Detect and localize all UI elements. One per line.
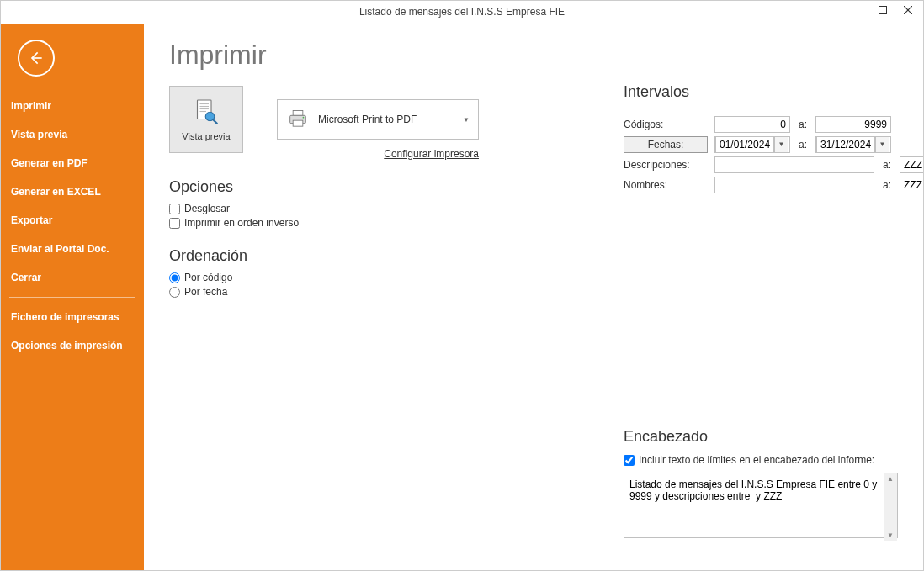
sidebar-item-opciones-impresion[interactable]: Opciones de impresión	[1, 331, 144, 360]
sidebar-item-exportar[interactable]: Exportar	[1, 206, 144, 235]
fecha-to-combo[interactable]: ▼	[815, 136, 891, 153]
intervalos-title: Intervalos	[624, 83, 898, 101]
fecha-to-input[interactable]	[816, 136, 875, 153]
title-bar: Listado de mensajes del I.N.S.S Empresa …	[1, 1, 923, 24]
por-codigo-radio[interactable]	[169, 272, 180, 283]
nombres-from-input[interactable]	[714, 177, 874, 193]
printer-name: Microsoft Print to PDF	[318, 114, 463, 125]
sidebar-item-vista-previa[interactable]: Vista previa	[1, 120, 144, 149]
descripciones-label: Descripciones:	[624, 159, 708, 171]
sidebar-item-fichero-impresoras[interactable]: Fichero de impresoras	[1, 303, 144, 331]
chevron-down-icon: ▼	[463, 116, 470, 124]
nombres-to-input[interactable]	[900, 177, 923, 193]
a-label: a:	[797, 139, 809, 151]
incluir-limites-label: Incluir texto de límites en el encabezad…	[639, 454, 874, 466]
svg-rect-13	[293, 120, 303, 126]
main-panel: Imprimir Vista previa	[144, 24, 923, 570]
chevron-down-icon[interactable]: ▼	[875, 137, 889, 152]
intervalos-panel: Intervalos Códigos: a: Fechas: ▼ a: ▼ De	[624, 83, 898, 193]
sidebar-item-generar-pdf[interactable]: Generar en PDF	[1, 149, 144, 177]
page-title: Imprimir	[169, 40, 898, 71]
a-label: a:	[881, 179, 893, 191]
por-fecha-label: Por fecha	[184, 286, 227, 298]
configure-printer-link[interactable]: Configurar impresora	[384, 148, 479, 160]
maximize-button[interactable]	[871, 1, 895, 19]
incluir-limites-row[interactable]: Incluir texto de límites en el encabezad…	[624, 454, 898, 466]
codigos-label: Códigos:	[624, 119, 708, 130]
scroll-down-icon[interactable]: ▼	[887, 531, 894, 539]
nombres-label: Nombres:	[624, 179, 708, 191]
encabezado-title: Encabezado	[624, 428, 898, 446]
printer-icon	[286, 108, 310, 131]
sidebar: Imprimir Vista previa Generar en PDF Gen…	[1, 24, 144, 570]
sidebar-item-cerrar[interactable]: Cerrar	[1, 263, 144, 292]
desglosar-checkbox-row[interactable]: Desglosar	[169, 203, 898, 214]
orden-inverso-label: Imprimir en orden inverso	[184, 217, 299, 229]
por-fecha-radio-row[interactable]: Por fecha	[169, 286, 898, 298]
window-controls	[871, 1, 920, 19]
sidebar-item-enviar-portal[interactable]: Enviar al Portal Doc.	[1, 235, 144, 263]
sidebar-divider	[9, 297, 135, 298]
close-button[interactable]	[896, 1, 920, 19]
printer-selector[interactable]: Microsoft Print to PDF ▼	[277, 99, 479, 140]
ordenacion-title: Ordenación	[169, 247, 898, 265]
vista-previa-label: Vista previa	[182, 131, 230, 141]
a-label: a:	[797, 119, 809, 130]
svg-rect-0	[879, 7, 887, 14]
document-magnify-icon	[191, 98, 221, 128]
sidebar-item-imprimir[interactable]: Imprimir	[1, 92, 144, 120]
orden-inverso-checkbox-row[interactable]: Imprimir en orden inverso	[169, 217, 898, 229]
encabezado-panel: Encabezado Incluir texto de límites en e…	[624, 428, 898, 542]
encabezado-textarea[interactable]	[624, 473, 898, 538]
scrollbar[interactable]: ▲ ▼	[884, 473, 897, 541]
fecha-from-input[interactable]	[715, 136, 774, 153]
por-codigo-radio-row[interactable]: Por código	[169, 272, 898, 283]
orden-inverso-checkbox[interactable]	[169, 218, 180, 229]
incluir-limites-checkbox[interactable]	[624, 455, 635, 466]
por-fecha-radio[interactable]	[169, 287, 180, 298]
svg-point-14	[303, 117, 305, 119]
fecha-from-combo[interactable]: ▼	[714, 136, 790, 153]
sidebar-item-generar-excel[interactable]: Generar en EXCEL	[1, 177, 144, 206]
back-button[interactable]	[18, 40, 55, 77]
por-codigo-label: Por código	[184, 272, 232, 283]
chevron-down-icon[interactable]: ▼	[774, 137, 788, 152]
desc-to-input[interactable]	[900, 156, 923, 173]
a-label: a:	[881, 159, 893, 171]
desc-from-input[interactable]	[714, 156, 874, 173]
svg-line-10	[213, 119, 217, 124]
codigos-from-input[interactable]	[714, 116, 790, 133]
desglosar-checkbox[interactable]	[169, 204, 180, 214]
vista-previa-button[interactable]: Vista previa	[169, 86, 243, 153]
window-title: Listado de mensajes del I.N.S.S Empresa …	[1, 6, 923, 18]
fechas-button[interactable]: Fechas:	[624, 136, 708, 153]
codigos-to-input[interactable]	[815, 116, 891, 133]
svg-rect-11	[293, 111, 303, 116]
desglosar-label: Desglosar	[184, 203, 230, 214]
scroll-up-icon[interactable]: ▲	[887, 475, 894, 483]
